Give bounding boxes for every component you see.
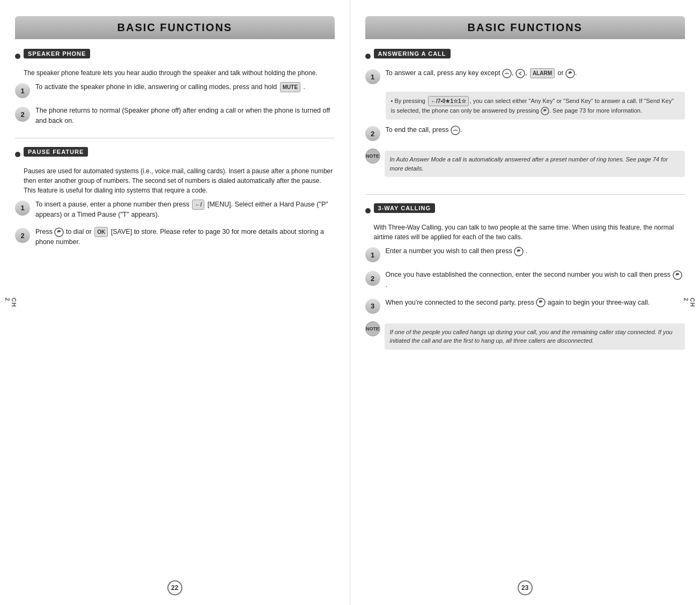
step-num-2: 2 bbox=[15, 107, 30, 122]
three-way-note: If one of the people you called hangs up… bbox=[385, 323, 686, 350]
save-key-icon: OK bbox=[94, 227, 108, 237]
three-way-note-wrapper: NOTE If one of the people you called han… bbox=[365, 321, 686, 355]
pause-feature-header: PAUSE FEATURE bbox=[24, 147, 88, 157]
pause-step-2: 2 Press to dial or OK [SAVE] to store. P… bbox=[15, 227, 335, 247]
speaker-phone-section: SPEAKER PHONE The speaker phone feature … bbox=[15, 49, 335, 126]
pause-step-num-1: 1 bbox=[15, 201, 30, 216]
back-icon bbox=[515, 69, 525, 78]
step-1-content: To activate the speaker phone in idle, a… bbox=[35, 82, 305, 92]
step-2-content: The phone returns to normal (Speaker pho… bbox=[35, 106, 335, 126]
divider-2 bbox=[365, 194, 686, 195]
auto-answer-note-text: In Auto Answer Mode a call is automatica… bbox=[390, 156, 668, 172]
note-icon-2: NOTE bbox=[365, 321, 380, 336]
answering-note-box: • By pressing ←/7▪0★1☆1☆, you can select… bbox=[386, 92, 686, 120]
answering-call-header: ANSWERING A CALL bbox=[374, 49, 451, 58]
right-page-title: BASIC FUNCTIONS bbox=[365, 21, 686, 34]
auto-answer-note-wrapper: NOTE In Auto Answer Mode a call is autom… bbox=[365, 149, 686, 182]
speaker-step-1: 1 To activate the speaker phone in idle,… bbox=[15, 82, 335, 98]
three-way-bullet bbox=[365, 208, 371, 213]
answering-note-bullet: • bbox=[391, 98, 393, 104]
page-number-right: 23 bbox=[518, 580, 533, 595]
speaker-phone-bullet bbox=[15, 54, 20, 59]
three-way-header: 3-WAY CALLING bbox=[374, 203, 436, 213]
right-section-header: BASIC FUNCTIONS bbox=[365, 16, 686, 39]
send-icon-1 bbox=[514, 247, 524, 256]
divider-1 bbox=[15, 138, 335, 138]
answer-step-2-content: To end the call, press . bbox=[386, 125, 462, 135]
key-series-icon: ←/7▪0★1☆1☆ bbox=[428, 96, 469, 106]
alarm-key-icon: ALARM bbox=[530, 68, 555, 78]
send-icon-2 bbox=[673, 270, 682, 280]
send-icon-3 bbox=[536, 298, 546, 307]
three-way-step-num-3: 3 bbox=[365, 299, 380, 314]
answering-call-bullet bbox=[365, 54, 371, 59]
three-way-calling-section: 3-WAY CALLING With Three-Way Calling, yo… bbox=[365, 203, 686, 355]
three-way-body: With Three-Way Calling, you can talk to … bbox=[374, 223, 686, 242]
answer-step-2: 2 To end the call, press . bbox=[365, 125, 686, 141]
answer-step-1-content: To answer a call, press any key except ,… bbox=[386, 68, 577, 78]
pause-step-1-content: To insert a pause, enter a phone number … bbox=[35, 200, 335, 220]
answer-step-1: 1 To answer a call, press any key except… bbox=[365, 68, 686, 84]
speaker-phone-header: SPEAKER PHONE bbox=[24, 49, 90, 58]
ch-label-right: CH2 bbox=[683, 298, 696, 307]
left-page-title: BASIC FUNCTIONS bbox=[15, 21, 335, 34]
menu-key-icon: ←/ bbox=[192, 200, 204, 210]
mute-key-icon: MUTE bbox=[280, 82, 300, 92]
pause-step-2-content: Press to dial or OK [SAVE] to store. Ple… bbox=[35, 227, 335, 247]
svg-point-2 bbox=[516, 69, 525, 78]
end-call-icon bbox=[502, 69, 512, 78]
speaker-phone-body: The speaker phone feature lets you hear … bbox=[24, 68, 335, 78]
three-way-note-text: If one of the people you called hangs up… bbox=[390, 329, 673, 344]
right-page: CH2 BASIC FUNCTIONS ANSWERING A CALL 1 T… bbox=[350, 0, 701, 605]
left-page: CH2 BASIC FUNCTIONS SPEAKER PHONE The sp… bbox=[0, 0, 350, 605]
three-way-step-1: 1 Enter a number you wish to call then p… bbox=[365, 246, 686, 262]
auto-answer-note: In Auto Answer Mode a call is automatica… bbox=[385, 151, 686, 177]
send-key-small-icon bbox=[541, 107, 549, 115]
answer-step-num-2: 2 bbox=[365, 126, 380, 141]
three-way-step-3-content: When you're connected to the second part… bbox=[386, 298, 650, 308]
page-number-left: 22 bbox=[167, 580, 182, 595]
speaker-step-2: 2 The phone returns to normal (Speaker p… bbox=[15, 106, 335, 126]
three-way-step-2: 2 Once you have established the connecti… bbox=[365, 270, 686, 290]
three-way-step-num-1: 1 bbox=[365, 247, 380, 262]
pause-step-1: 1 To insert a pause, enter a phone numbe… bbox=[15, 200, 335, 220]
answer-step-num-1: 1 bbox=[365, 69, 380, 84]
note-icon-1: NOTE bbox=[365, 149, 380, 164]
ch-label-left: CH2 bbox=[4, 298, 17, 307]
three-way-step-num-2: 2 bbox=[365, 271, 380, 286]
answering-call-section: ANSWERING A CALL 1 To answer a call, pre… bbox=[365, 49, 686, 182]
pause-feature-section: PAUSE FEATURE Pauses are used for automa… bbox=[15, 147, 335, 248]
send-icon-except bbox=[565, 69, 575, 78]
step-num-1: 1 bbox=[15, 83, 30, 98]
left-section-header: BASIC FUNCTIONS bbox=[15, 16, 335, 39]
three-way-step-3: 3 When you're connected to the second pa… bbox=[365, 298, 686, 314]
page: CH2 BASIC FUNCTIONS SPEAKER PHONE The sp… bbox=[0, 0, 700, 605]
pause-feature-body: Pauses are used for automated systems (i… bbox=[24, 166, 335, 195]
pause-feature-bullet bbox=[15, 152, 20, 157]
three-way-step-1-content: Enter a number you wish to call then pre… bbox=[386, 246, 528, 256]
end-call-icon-2 bbox=[451, 126, 460, 135]
dial-icon bbox=[54, 227, 64, 237]
three-way-step-2-content: Once you have established the connection… bbox=[386, 270, 686, 290]
pause-step-num-2: 2 bbox=[15, 228, 30, 243]
